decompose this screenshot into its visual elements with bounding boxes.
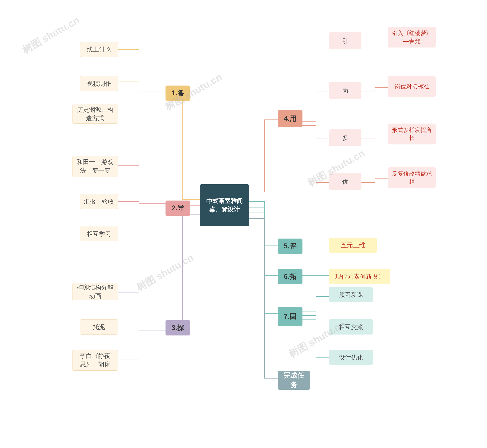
mind-map: 树图 shutu.cn 树图 shutu.cn 树图 shutu.cn 树图 s…	[0, 0, 487, 448]
node-libai: 李白《静夜思》—胡床	[72, 350, 118, 371]
node-huibao: 汇报、验收	[80, 194, 118, 209]
node-suanmao: 榫卯结构分解动画	[72, 283, 118, 300]
node-1-bei: 1.备	[165, 86, 190, 101]
node-duo: 多	[329, 129, 362, 146]
node-video: 视频制作	[80, 76, 118, 91]
node-4-yong: 4.用	[278, 110, 303, 127]
node-2-dao: 2.导	[165, 200, 190, 216]
node-5-ping: 5.评	[278, 239, 303, 254]
node-6-tuo: 6.拓	[278, 269, 303, 284]
node-yin: 引	[329, 32, 362, 49]
node-gang: 岗	[329, 82, 362, 99]
node-7-gu: 7.固	[278, 307, 303, 326]
node-wancheng: 完成任务	[278, 371, 310, 390]
node-3-tan: 3.探	[165, 320, 190, 336]
node-yuxi: 预习新课	[329, 287, 373, 302]
node-history: 历史渊源、构造方式	[72, 104, 118, 124]
node-tuoni: 托泥	[80, 319, 118, 335]
node-fanfu: 反复修改精益求精	[388, 167, 436, 188]
node-sheji-youhua: 设计优化	[329, 350, 373, 365]
node-xingshi: 形式多样发挥所长	[388, 124, 436, 144]
node-xian-shang: 线上讨论	[80, 42, 118, 57]
node-jiaoliu: 相互交流	[329, 319, 373, 335]
node-gangwei: 岗位对接标准	[388, 76, 436, 97]
node-hongloumeng: 引入《红楼梦》—春凳	[388, 27, 436, 48]
node-wuyuan: 五元三维	[329, 238, 377, 253]
node-xiang-hu: 相互学习	[80, 226, 118, 241]
node-hetian: 和田十二游戏法—变一变	[72, 156, 118, 177]
center-node: 中式茶室雅间桌、凳设计	[200, 184, 249, 226]
node-you: 优	[329, 173, 362, 190]
node-xiandai: 现代元素创新设计	[329, 269, 390, 284]
